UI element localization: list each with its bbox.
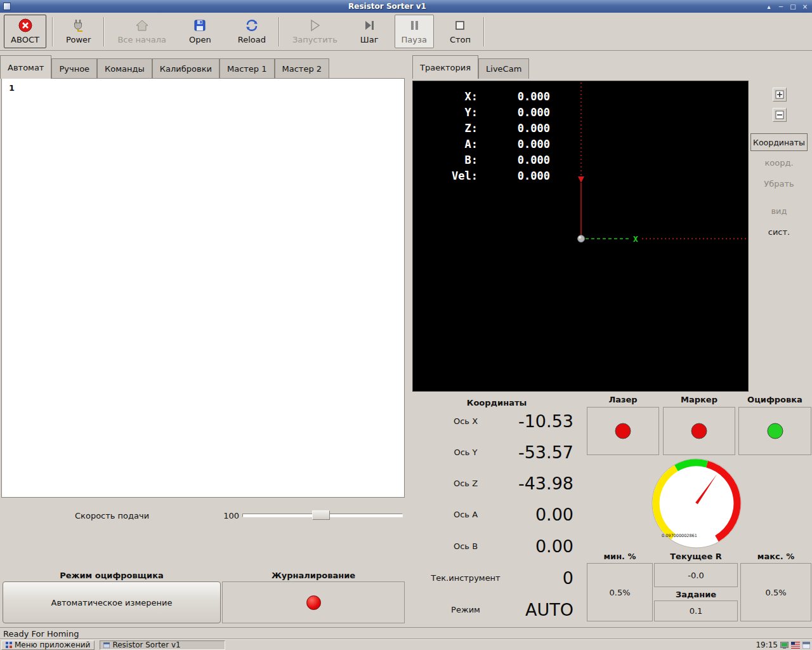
readout-label: Z:: [419, 122, 478, 138]
right-tab-bar: Траектория LiveCam: [412, 55, 529, 79]
reload-icon: [244, 18, 259, 33]
readout-row: Z:0.000: [419, 122, 550, 138]
system-label: сист.: [749, 227, 809, 237]
coordinates-view-button[interactable]: Координаты: [750, 133, 808, 151]
task-button-resistor-sorter[interactable]: Resistor Sorter v1: [100, 640, 225, 650]
pause-icon: [407, 18, 422, 33]
tab-livecam[interactable]: LiveCam: [478, 58, 529, 79]
applications-menu-label: Меню приложений: [15, 640, 90, 649]
readout-value: 0.000: [478, 90, 550, 106]
dro-row-a: Ось A0.00: [411, 504, 582, 524]
open-label: Open: [189, 35, 211, 44]
dro-value: 0.00: [535, 536, 573, 556]
digitizing-indicator: [738, 407, 811, 455]
target-value: 0.1: [654, 600, 738, 621]
home-all-label: Все начала: [117, 35, 166, 44]
pause-label: Пауза: [402, 35, 427, 44]
current-r-value: -0.0: [654, 563, 738, 587]
reload-button[interactable]: Reload: [231, 15, 273, 48]
feed-rate-slider-handle[interactable]: [312, 510, 330, 520]
pin-button[interactable]: ▴: [764, 2, 774, 11]
open-button[interactable]: Open: [182, 15, 218, 48]
run-button[interactable]: Запустить: [285, 15, 344, 48]
laser-led-icon: [614, 422, 632, 440]
run-label: Запустить: [292, 35, 337, 44]
zoom-in-button[interactable]: [773, 88, 787, 102]
logging-panel: [222, 581, 405, 623]
gcode-listing[interactable]: 1: [1, 78, 405, 498]
max-percent-label: макс. %: [740, 552, 811, 561]
marker-indicator-label: Маркер: [663, 395, 735, 404]
readout-row: A:0.000: [419, 138, 550, 154]
open-file-icon: [192, 18, 207, 33]
pause-button[interactable]: Пауза: [395, 15, 434, 48]
digitizing-led-icon: [766, 422, 784, 440]
marker-indicator: [663, 407, 735, 455]
tab-commands[interactable]: Команды: [97, 58, 152, 79]
window-menu-icon[interactable]: [3, 3, 11, 10]
readout-label: B:: [419, 154, 478, 169]
taskbar-tray: 19:15: [756, 640, 812, 649]
zoom-in-icon: [775, 90, 784, 99]
target-label: Задание: [654, 590, 738, 599]
dro-label: Ось Z: [411, 479, 520, 488]
tab-automat[interactable]: Автомат: [0, 55, 51, 79]
laser-indicator-label: Лазер: [587, 395, 659, 404]
window-title: Resistor Sorter v1: [11, 2, 764, 11]
trajectory-preview[interactable]: X:0.000 Y:0.000 Z:0.000 A:0.000 B:0.000 …: [412, 81, 749, 392]
reload-label: Reload: [238, 35, 266, 44]
home-all-button[interactable]: Все начала: [110, 15, 173, 48]
toolbar-separator: [483, 17, 485, 46]
dro-label: Режим: [411, 605, 520, 614]
step-label: Шаг: [360, 35, 379, 44]
taskbar: Меню приложений Resistor Sorter v1 19:15: [0, 639, 812, 650]
tab-master1[interactable]: Мастер 1: [219, 58, 275, 79]
tab-calibrations[interactable]: Калибровки: [152, 58, 219, 79]
dro-label: Тек.инструмент: [411, 573, 520, 583]
keyboard-layout-us-flag-icon[interactable]: [791, 642, 800, 649]
dro-panel: Координаты Ось X-10.53 Ось Y-53.57 Ось Z…: [411, 396, 582, 627]
dro-row-z: Ось Z-43.98: [411, 473, 582, 493]
home-icon: [134, 18, 150, 33]
estop-button[interactable]: АВОСТ: [4, 15, 46, 48]
dro-label: Ось Y: [411, 448, 520, 457]
step-button[interactable]: Шаг: [353, 15, 386, 48]
readout-value: 0.000: [478, 138, 550, 154]
zoom-out-icon: [775, 110, 784, 119]
tray-generic-icon[interactable]: [802, 642, 810, 649]
power-plug-icon: [71, 18, 86, 33]
digitizer-mode-button[interactable]: Автоматическое измерение: [3, 581, 221, 623]
applications-menu-button[interactable]: Меню приложений: [1, 640, 95, 650]
zoom-out-button[interactable]: [773, 108, 787, 122]
resistance-gauge: 0.097000002861: [646, 453, 747, 554]
logging-status-led: [306, 595, 321, 610]
min-percent-label: мин. %: [587, 552, 653, 561]
tab-manual[interactable]: Ручное: [51, 58, 97, 79]
digitizing-indicator-label: Оцифровка: [738, 395, 811, 404]
tab-trajectory[interactable]: Траектория: [412, 55, 478, 79]
tab-master2[interactable]: Мастер 2: [275, 58, 330, 79]
max-percent-value: 0.5%: [740, 563, 811, 621]
close-button[interactable]: ×: [800, 2, 810, 11]
view-label: вид: [749, 206, 809, 216]
stop-button[interactable]: Стоп: [443, 15, 478, 48]
minimize-button[interactable]: −: [776, 2, 786, 11]
remove-button[interactable]: Убрать: [749, 179, 809, 189]
titlebar: Resistor Sorter v1 ▴ − □ ×: [0, 0, 812, 13]
task-button-label: Resistor Sorter v1: [112, 640, 180, 649]
logging-title: Журналирование: [222, 571, 405, 580]
toolbar-separator: [103, 17, 105, 46]
play-icon: [307, 18, 322, 33]
maximize-button[interactable]: □: [788, 2, 798, 11]
tray-monitor-icon[interactable]: [780, 642, 789, 649]
estop-icon: [18, 18, 33, 33]
power-label: Power: [66, 35, 91, 44]
readout-value: 0.000: [478, 169, 550, 185]
taskbar-clock: 19:15: [756, 640, 778, 649]
readout-label: X:: [419, 90, 478, 106]
power-button[interactable]: Power: [59, 15, 98, 48]
readout-row: X:0.000: [419, 90, 550, 106]
gcode-line-number: 1: [9, 83, 15, 93]
stop-icon: [452, 18, 468, 33]
coord-label: коорд.: [749, 158, 809, 168]
